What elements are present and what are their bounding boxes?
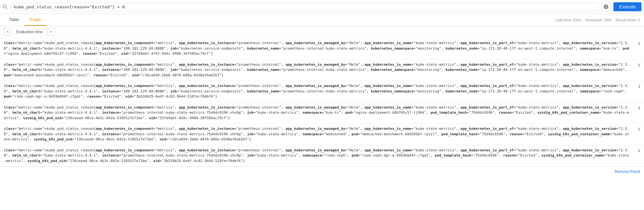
result-value: 1 [634, 83, 640, 100]
remove-panel-link[interactable]: Remove Panel [615, 169, 640, 174]
top-bar: Execute [0, 0, 644, 14]
table-row: class="metric-name">kube_pod_status_reas… [0, 102, 644, 124]
next-button[interactable]: > [47, 28, 55, 36]
footer-bar: Remove Panel [0, 167, 644, 177]
tab-graph[interactable]: Graph [24, 14, 46, 26]
results-container: class="metric-name">kube_pod_status_reas… [0, 38, 644, 167]
resolution: Resolution: 345s [585, 18, 612, 22]
result-metric: class="metric-name">kube_pod_status_reas… [4, 126, 630, 142]
load-time: Load time: 53ms [555, 18, 581, 22]
result-metric: class="metric-name">kube_pod_status_reas… [4, 148, 630, 164]
execute-button[interactable]: Execute [613, 2, 641, 11]
result-value: 1 [634, 62, 640, 78]
table-row: class="metric-name">kube_pod_status_reas… [0, 124, 644, 145]
svg-line-1 [6, 8, 7, 9]
result-value: 1 [634, 105, 640, 121]
eval-bar: < Evaluation time > [0, 26, 644, 38]
result-series: Result series: 6 [616, 18, 640, 22]
result-metric: class="metric-name">kube_pod_status_reas… [4, 83, 630, 100]
result-metric: class="metric-name">kube_pod_status_reas… [4, 105, 630, 121]
tabs-row: Table Graph Load time: 53ms Resolution: … [0, 14, 644, 26]
eval-label: Evaluation time [14, 30, 45, 34]
table-row: class="metric-name">kube_pod_status_reas… [0, 81, 644, 102]
meta-info: Load time: 53ms Resolution: 345s Result … [555, 18, 640, 22]
globe-button[interactable] [601, 2, 611, 12]
tabs-left: Table Graph [4, 14, 46, 26]
prev-button[interactable]: < [4, 28, 12, 36]
query-input[interactable] [10, 3, 599, 11]
table-row: class="metric-name">kube_pod_status_reas… [0, 145, 644, 167]
table-row: class="metric-name">kube_pod_status_reas… [0, 60, 644, 81]
result-value: 1 [634, 126, 640, 142]
tab-table[interactable]: Table [4, 14, 24, 26]
result-value: 1 [634, 148, 640, 164]
result-value: 1 [634, 41, 640, 57]
table-row: class="metric-name">kube_pod_status_reas… [0, 38, 644, 60]
result-metric: class="metric-name">kube_pod_status_reas… [4, 62, 630, 78]
result-metric: class="metric-name">kube_pod_status_reas… [4, 41, 630, 57]
search-icon [3, 4, 8, 9]
